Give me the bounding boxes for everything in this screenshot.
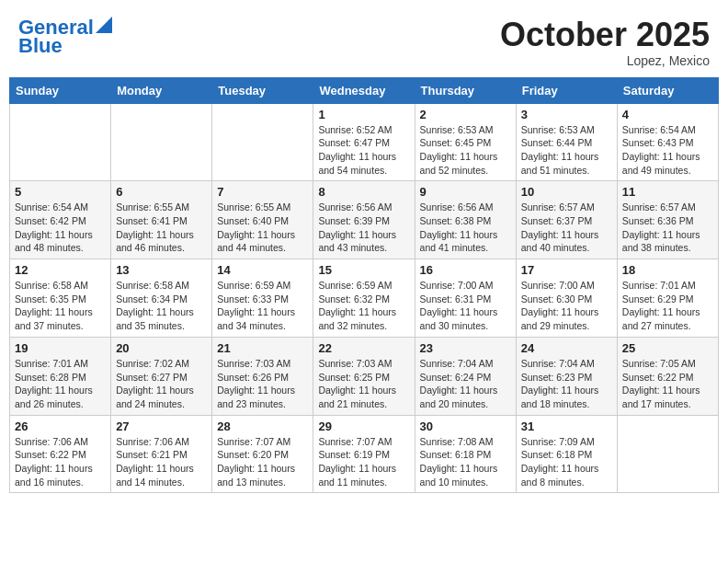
calendar-cell: 29Sunrise: 7:07 AMSunset: 6:19 PMDayligh… — [313, 415, 415, 493]
col-friday: Friday — [516, 77, 617, 103]
day-info: Sunrise: 7:07 AMSunset: 6:19 PMDaylight:… — [318, 435, 409, 489]
logo-triangle-icon — [96, 15, 112, 33]
day-number: 29 — [318, 419, 409, 433]
day-info: Sunrise: 6:55 AMSunset: 6:41 PMDaylight:… — [116, 201, 207, 255]
calendar-cell — [111, 103, 212, 181]
calendar-cell: 17Sunrise: 7:00 AMSunset: 6:30 PMDayligh… — [516, 259, 617, 338]
calendar-cell: 4Sunrise: 6:54 AMSunset: 6:43 PMDaylight… — [617, 103, 718, 181]
day-number: 27 — [116, 419, 207, 433]
day-number: 10 — [521, 185, 612, 199]
day-info: Sunrise: 7:07 AMSunset: 6:20 PMDaylight:… — [217, 435, 308, 489]
logo: General Blue — [18, 17, 112, 57]
day-number: 2 — [420, 108, 511, 121]
day-number: 31 — [521, 419, 612, 433]
day-info: Sunrise: 6:53 AMSunset: 6:45 PMDaylight:… — [420, 123, 511, 178]
calendar-cell: 31Sunrise: 7:09 AMSunset: 6:18 PMDayligh… — [516, 415, 617, 493]
calendar-cell: 24Sunrise: 7:04 AMSunset: 6:23 PMDayligh… — [516, 337, 617, 415]
day-info: Sunrise: 7:03 AMSunset: 6:26 PMDaylight:… — [217, 357, 308, 411]
day-info: Sunrise: 7:04 AMSunset: 6:24 PMDaylight:… — [420, 357, 511, 411]
day-info: Sunrise: 6:57 AMSunset: 6:36 PMDaylight:… — [622, 201, 713, 255]
day-number: 19 — [15, 341, 106, 355]
title-section: October 2025 Lopez, Mexico — [500, 17, 710, 68]
day-info: Sunrise: 6:54 AMSunset: 6:43 PMDaylight:… — [622, 123, 713, 178]
calendar-cell: 18Sunrise: 7:01 AMSunset: 6:29 PMDayligh… — [617, 259, 718, 338]
day-info: Sunrise: 7:01 AMSunset: 6:29 PMDaylight:… — [622, 279, 713, 333]
day-number: 18 — [622, 263, 713, 277]
day-number: 24 — [521, 341, 612, 355]
month-title: October 2025 — [500, 17, 710, 53]
calendar-cell: 26Sunrise: 7:06 AMSunset: 6:22 PMDayligh… — [10, 415, 111, 493]
day-info: Sunrise: 7:02 AMSunset: 6:27 PMDaylight:… — [116, 357, 207, 411]
day-info: Sunrise: 7:03 AMSunset: 6:25 PMDaylight:… — [318, 357, 409, 411]
day-info: Sunrise: 6:55 AMSunset: 6:40 PMDaylight:… — [217, 201, 308, 255]
col-sunday: Sunday — [10, 77, 111, 103]
calendar-cell: 3Sunrise: 6:53 AMSunset: 6:44 PMDaylight… — [516, 103, 617, 181]
calendar-cell — [10, 103, 111, 181]
logo-blue: Blue — [18, 35, 63, 57]
day-info: Sunrise: 6:56 AMSunset: 6:39 PMDaylight:… — [318, 201, 409, 255]
day-number: 14 — [217, 263, 308, 277]
day-info: Sunrise: 6:58 AMSunset: 6:34 PMDaylight:… — [116, 279, 207, 333]
day-info: Sunrise: 6:58 AMSunset: 6:35 PMDaylight:… — [15, 279, 106, 333]
calendar-cell: 30Sunrise: 7:08 AMSunset: 6:18 PMDayligh… — [415, 415, 516, 493]
calendar-cell: 5Sunrise: 6:54 AMSunset: 6:42 PMDaylight… — [10, 181, 111, 259]
calendar-cell: 8Sunrise: 6:56 AMSunset: 6:39 PMDaylight… — [313, 181, 415, 259]
day-number: 5 — [15, 185, 106, 199]
calendar-cell: 16Sunrise: 7:00 AMSunset: 6:31 PMDayligh… — [415, 259, 516, 338]
calendar-week-row: 12Sunrise: 6:58 AMSunset: 6:35 PMDayligh… — [10, 259, 719, 338]
day-number: 6 — [116, 185, 207, 199]
day-info: Sunrise: 6:53 AMSunset: 6:44 PMDaylight:… — [521, 123, 612, 178]
day-info: Sunrise: 6:56 AMSunset: 6:38 PMDaylight:… — [420, 201, 511, 255]
calendar-cell: 22Sunrise: 7:03 AMSunset: 6:25 PMDayligh… — [313, 337, 415, 415]
day-number: 1 — [318, 108, 409, 121]
col-monday: Monday — [111, 77, 212, 103]
calendar-header-row: Sunday Monday Tuesday Wednesday Thursday… — [10, 77, 719, 103]
calendar-cell: 12Sunrise: 6:58 AMSunset: 6:35 PMDayligh… — [10, 259, 111, 338]
day-number: 21 — [217, 341, 308, 355]
day-number: 25 — [622, 341, 713, 355]
day-number: 20 — [116, 341, 207, 355]
day-info: Sunrise: 6:57 AMSunset: 6:37 PMDaylight:… — [521, 201, 612, 255]
day-info: Sunrise: 7:06 AMSunset: 6:22 PMDaylight:… — [15, 435, 106, 489]
calendar-cell: 13Sunrise: 6:58 AMSunset: 6:34 PMDayligh… — [111, 259, 212, 338]
calendar-cell: 23Sunrise: 7:04 AMSunset: 6:24 PMDayligh… — [415, 337, 516, 415]
calendar-cell: 14Sunrise: 6:59 AMSunset: 6:33 PMDayligh… — [212, 259, 313, 338]
col-saturday: Saturday — [617, 77, 718, 103]
calendar-cell: 27Sunrise: 7:06 AMSunset: 6:21 PMDayligh… — [111, 415, 212, 493]
calendar-cell: 9Sunrise: 6:56 AMSunset: 6:38 PMDaylight… — [415, 181, 516, 259]
calendar-cell: 10Sunrise: 6:57 AMSunset: 6:37 PMDayligh… — [516, 181, 617, 259]
day-info: Sunrise: 6:52 AMSunset: 6:47 PMDaylight:… — [318, 123, 409, 178]
calendar-week-row: 5Sunrise: 6:54 AMSunset: 6:42 PMDaylight… — [10, 181, 719, 259]
calendar-cell: 1Sunrise: 6:52 AMSunset: 6:47 PMDaylight… — [313, 103, 415, 181]
calendar-week-row: 1Sunrise: 6:52 AMSunset: 6:47 PMDaylight… — [10, 103, 719, 181]
day-number: 7 — [217, 185, 308, 199]
day-number: 30 — [420, 419, 511, 433]
day-number: 4 — [622, 108, 713, 121]
calendar-cell — [617, 415, 718, 493]
calendar-cell: 19Sunrise: 7:01 AMSunset: 6:28 PMDayligh… — [10, 337, 111, 415]
day-info: Sunrise: 7:05 AMSunset: 6:22 PMDaylight:… — [622, 357, 713, 411]
day-number: 16 — [420, 263, 511, 277]
day-info: Sunrise: 7:00 AMSunset: 6:30 PMDaylight:… — [521, 279, 612, 333]
calendar-cell: 11Sunrise: 6:57 AMSunset: 6:36 PMDayligh… — [617, 181, 718, 259]
day-info: Sunrise: 6:59 AMSunset: 6:32 PMDaylight:… — [318, 279, 409, 333]
calendar-cell: 21Sunrise: 7:03 AMSunset: 6:26 PMDayligh… — [212, 337, 313, 415]
day-info: Sunrise: 6:54 AMSunset: 6:42 PMDaylight:… — [15, 201, 106, 255]
day-number: 12 — [15, 263, 106, 277]
col-tuesday: Tuesday — [212, 77, 313, 103]
day-info: Sunrise: 7:04 AMSunset: 6:23 PMDaylight:… — [521, 357, 612, 411]
col-wednesday: Wednesday — [313, 77, 415, 103]
day-number: 13 — [116, 263, 207, 277]
calendar-cell — [212, 103, 313, 181]
calendar-cell: 2Sunrise: 6:53 AMSunset: 6:45 PMDaylight… — [415, 103, 516, 181]
day-number: 8 — [318, 185, 409, 199]
calendar-cell: 6Sunrise: 6:55 AMSunset: 6:41 PMDaylight… — [111, 181, 212, 259]
calendar-cell: 15Sunrise: 6:59 AMSunset: 6:32 PMDayligh… — [313, 259, 415, 338]
day-number: 11 — [622, 185, 713, 199]
calendar-cell: 7Sunrise: 6:55 AMSunset: 6:40 PMDaylight… — [212, 181, 313, 259]
day-number: 15 — [318, 263, 409, 277]
day-info: Sunrise: 7:09 AMSunset: 6:18 PMDaylight:… — [521, 435, 612, 489]
day-number: 28 — [217, 419, 308, 433]
day-number: 26 — [15, 419, 106, 433]
location: Lopez, Mexico — [500, 53, 710, 68]
